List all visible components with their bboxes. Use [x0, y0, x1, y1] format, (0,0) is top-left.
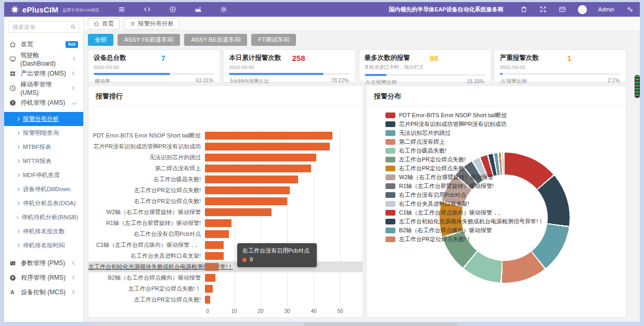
- legend-item[interactable]: PDT Error-BITS Error NSOP Short tail断丝: [385, 111, 544, 120]
- sidebar-subitem[interactable]: MDF停机患度: [4, 168, 83, 182]
- bar-row[interactable]: 右工作台PR定位焊点失败!: [88, 196, 363, 207]
- gear-icon[interactable]: [220, 6, 228, 14]
- sidebar-item-recipe[interactable]: P程序管理 (RMS): [4, 270, 83, 285]
- legend-item[interactable]: 芯片PR没有识别成功管脚PR没有识别成功: [385, 120, 544, 129]
- sidebar-subitem[interactable]: 停机待机分析(RNSB): [4, 210, 83, 224]
- trash-icon[interactable]: [520, 6, 528, 14]
- bar[interactable]: [205, 165, 311, 172]
- svg-text:A: A: [10, 290, 15, 295]
- legend-item[interactable]: 右工作台夹具进料口有支架!: [385, 199, 544, 208]
- legend-item[interactable]: R1轴（左工作台胶臂旋转）驱动报警!: [385, 182, 544, 191]
- search-icon[interactable]: [67, 21, 79, 32]
- bar-row[interactable]: 左工作台PR定位焊点失败!！: [88, 283, 363, 294]
- bar[interactable]: [205, 263, 218, 271]
- menu-icon[interactable]: [118, 6, 126, 14]
- mail-icon[interactable]: [559, 6, 566, 14]
- legend-label: 左工作台初始化光源模块失败或机台电源检测信号异常!！: [399, 218, 544, 225]
- bar[interactable]: [205, 186, 290, 194]
- username[interactable]: Admin: [598, 6, 614, 12]
- breadcrumb-tab[interactable]: 首页: [88, 18, 120, 30]
- sidebar-subitem[interactable]: MTBF报表: [4, 140, 83, 154]
- settings-cogs-icon[interactable]: [626, 6, 634, 14]
- legend-item[interactable]: 左工作台PR定位焊点失败!: [385, 155, 544, 164]
- bar[interactable]: [205, 197, 287, 205]
- bar[interactable]: [205, 219, 231, 227]
- bar-row[interactable]: PDT Error-BITS Error NSOP Short tail断丝: [88, 130, 363, 141]
- chevron-left-icon: [72, 57, 76, 61]
- sidebar-subitem-label: MTTR报表: [23, 157, 51, 165]
- bar-row[interactable]: 右工作台没有启用Pcb对点: [88, 229, 363, 240]
- bar[interactable]: [205, 175, 298, 183]
- bar[interactable]: [205, 143, 330, 151]
- bar-row[interactable]: B2轴（右工作台焊点横向）驱动报警: [88, 272, 363, 283]
- sidebar-search: [8, 21, 79, 33]
- chart-tooltip: 右工作台没有启用Pcb对点 9: [237, 243, 317, 267]
- legend-label: W2轴（右工作台摆臂旋转）驱动报警: [399, 173, 494, 181]
- sidebar-item-dashboard[interactable]: 驾驶舱 (DashBoard): [4, 52, 83, 66]
- sidebar-subitem[interactable]: MTTR报表: [4, 154, 83, 168]
- legend-item[interactable]: 右工作台PR定位焊点失败!: [385, 164, 544, 173]
- bar[interactable]: [205, 208, 272, 216]
- legend-item[interactable]: B2轴（右工作台焊点横向）驱动报警: [385, 226, 544, 235]
- chevron-down-icon: [72, 101, 76, 105]
- sidebar-item-home[interactable]: 首页hot: [4, 37, 83, 52]
- legend-swatch: [385, 210, 395, 216]
- stat-card-footer: 5分钟内报警占比78.22%: [229, 78, 350, 85]
- legend-item[interactable]: 左工作台PR定位焊点失败!！: [385, 235, 544, 244]
- bar[interactable]: [205, 241, 224, 249]
- bar-row[interactable]: 第二焊点没有焊上: [88, 163, 363, 174]
- chevron-right-icon: [16, 216, 19, 219]
- workshop-filter-chip[interactable]: ASSY BE后道车间: [184, 34, 247, 46]
- bar-row[interactable]: 右工作台夹具进料口有支架!: [88, 250, 363, 261]
- bar-row[interactable]: R1轴（左工作台胶臂旋转）驱动报警!: [88, 218, 363, 229]
- sidebar-item-utilization[interactable]: 稼动率管理 (UMS): [4, 81, 83, 95]
- avatar[interactable]: [578, 5, 587, 14]
- panel-title-bar-chart: 报警排行: [88, 86, 363, 106]
- bar-row[interactable]: 左工作台初始化光源模块失败或机台电源检测信号异常!！: [88, 261, 363, 272]
- bar[interactable]: [205, 154, 316, 161]
- sidebar-subitem[interactable]: 停机排名按时间: [4, 239, 83, 253]
- sidebar-item-downtime[interactable]: 停机管理 (AMS): [4, 95, 83, 110]
- legend-item[interactable]: 无法识别芯片的跳过: [385, 129, 544, 137]
- bar[interactable]: [205, 230, 229, 238]
- bar-track: [205, 283, 338, 294]
- legend-item[interactable]: 左工作台初始化光源模块失败或机台电源检测信号异常!！: [385, 217, 544, 226]
- legend-item[interactable]: C1轴（左工作台焊点纵向）驱动报警，。: [385, 208, 544, 217]
- bar-row[interactable]: 右工作台吸晶失败!: [88, 174, 363, 185]
- bar[interactable]: [205, 132, 332, 140]
- workshop-filter-chip[interactable]: 全部: [88, 34, 113, 46]
- bar[interactable]: [205, 252, 224, 260]
- factory-icon[interactable]: [195, 6, 202, 14]
- workshop-filter-chip[interactable]: FT测试车间: [251, 34, 296, 46]
- bar-row[interactable]: 无法识别芯片的跳过: [88, 152, 363, 163]
- bar-row[interactable]: 左工作台PR定位焊点失败!: [88, 294, 363, 305]
- sidebar-item-label: 停机管理 (AMS): [21, 98, 65, 107]
- sidebar-item-output[interactable]: 产出管理 (OMS): [4, 66, 83, 81]
- fullscreen-icon[interactable]: [539, 6, 547, 14]
- bar[interactable]: [205, 274, 215, 282]
- legend-item[interactable]: W2轴（右工作台摆臂旋转）驱动报警: [385, 173, 544, 182]
- code-icon[interactable]: [144, 6, 151, 14]
- home-icon: [9, 41, 17, 48]
- sidebar-subitem[interactable]: 停机排名按次数: [4, 224, 83, 239]
- sidebar-subitem[interactable]: 停机分析总表(DOA): [4, 196, 83, 210]
- bar[interactable]: [205, 296, 210, 304]
- sidebar-subitem[interactable]: 设备停机DillDown: [4, 182, 83, 196]
- bar-row[interactable]: C1轴（左工作台焊点纵向）驱动报警，。: [88, 240, 363, 250]
- legend-item[interactable]: 右工作台吸晶失败!: [385, 146, 544, 155]
- sidebar-item-params[interactable]: 参数管理 (PMS): [4, 256, 83, 270]
- bar-row[interactable]: 左工作台PR定位焊点失败!: [88, 185, 363, 196]
- legend-item[interactable]: 第二焊点没有焊上: [385, 137, 544, 146]
- bar[interactable]: [205, 285, 213, 293]
- workshop-filter-chip[interactable]: ASSY FE前道车间: [118, 34, 180, 46]
- sidebar-subitem[interactable]: 报警明细查询: [4, 126, 83, 140]
- chevron-left-icon: [72, 275, 76, 280]
- target-icon[interactable]: [169, 6, 177, 14]
- bar-row[interactable]: 芯片PR没有识别成功管脚PR没有识别成功: [88, 141, 363, 152]
- legend-item[interactable]: 右工作台没有启用Pcb对点: [385, 191, 544, 199]
- vertical-scrollbar-thumb[interactable]: [635, 75, 640, 98]
- sidebar-item-device[interactable]: A设备控制 (MCS): [4, 285, 83, 299]
- breadcrumb-tab[interactable]: 报警分布分析: [124, 18, 179, 30]
- bar-row[interactable]: W2轴（右工作台摆臂旋转）驱动报警: [88, 207, 363, 218]
- sidebar-subitem[interactable]: 报警分布分析: [4, 112, 83, 126]
